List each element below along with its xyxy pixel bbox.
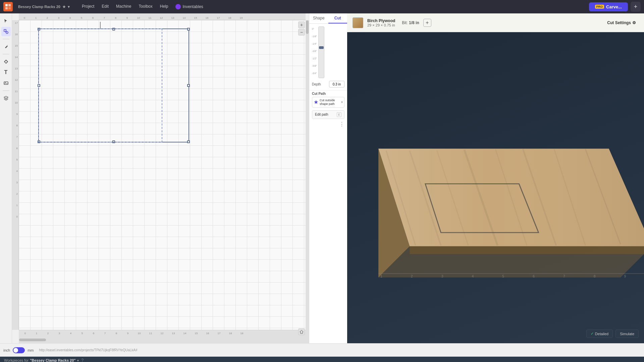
edit-path-button[interactable]: Edit path E <box>312 110 344 119</box>
preview-3d: 1 2 3 4 5 6 7 8 9 ✓ Detailed Simulat <box>347 32 644 343</box>
svg-text:2: 2 <box>411 275 413 278</box>
home-icon[interactable] <box>298 328 305 335</box>
carve-button[interactable]: PRO Carve... <box>589 2 628 11</box>
home-button-canvas[interactable] <box>298 328 305 335</box>
shapes-tool[interactable] <box>1 27 11 36</box>
text-tool[interactable]: T <box>1 68 11 77</box>
more-dots-icon[interactable]: ⋮ <box>339 121 344 127</box>
handle-mid-left[interactable] <box>38 84 40 87</box>
workpieces-bar: Workpieces for "Bessey Clamp Racks 20" ▾… <box>0 357 644 362</box>
ruler-left: 17 16 15 14 13 12 11 10 9 8 7 6 5 4 3 2 <box>12 20 19 330</box>
center-handle-top <box>100 22 101 28</box>
gear-icon: ⚙ <box>632 20 636 25</box>
star-icon[interactable]: ★ <box>62 5 66 9</box>
chevron-down-icon[interactable]: ▾ <box>68 5 70 9</box>
check-icon: ✓ <box>591 331 594 336</box>
ruler-bottom-numbers: 0 1 2 3 4 5 6 7 8 9 10 11 12 13 14 15 16… <box>19 330 306 337</box>
canvas-and-panel: 0 1 2 3 4 5 6 7 8 9 10 11 12 13 14 15 16 <box>12 13 644 343</box>
detailed-button[interactable]: ✓ Detailed <box>586 329 613 338</box>
material-info: Birch Plywood 29 × 29 × 0.75 in <box>367 18 395 27</box>
add-material-button[interactable]: + <box>423 19 431 27</box>
scroll-thumb-horizontal[interactable] <box>19 339 46 341</box>
simulate-button[interactable]: Simulate <box>615 329 639 338</box>
left-toolbar: T <box>0 13 12 343</box>
image-tool[interactable] <box>1 78 11 88</box>
svg-marker-23 <box>378 149 644 246</box>
depth-slider-thumb[interactable] <box>319 46 324 49</box>
canvas-area[interactable]: 0 1 2 3 4 5 6 7 8 9 10 11 12 13 14 15 16 <box>12 13 309 343</box>
unit-inch-label: inch <box>3 348 10 352</box>
topbar: Bessey Clamp Racks 20 ★ ▾ Project Edit M… <box>0 0 644 13</box>
panel-more-menu[interactable]: ⋮ <box>309 120 347 128</box>
bit-section: Bit: 1/8 in <box>402 20 419 25</box>
inventables-icon <box>175 4 181 9</box>
zoom-in-button[interactable]: + <box>298 21 305 28</box>
workpieces-help-icon[interactable]: ? <box>82 358 84 362</box>
slider-labels: 0" -1/8" -1/4" -3/8" -1/2" -5/8" -3/4" <box>312 26 317 79</box>
ruler-top: 0 1 2 3 4 5 6 7 8 9 10 11 12 13 14 15 16 <box>19 13 306 20</box>
svg-rect-11 <box>4 82 8 84</box>
cursor-tool[interactable] <box>1 16 11 25</box>
material-name: Birch Plywood <box>367 18 395 23</box>
svg-text:1: 1 <box>380 275 382 278</box>
svg-rect-2 <box>5 7 8 9</box>
status-bar: inch mm http://easel.inventables.com/pro… <box>0 343 644 357</box>
svg-point-5 <box>6 32 8 34</box>
plus-button[interactable]: + <box>631 2 641 12</box>
toolbar-separator-3 <box>3 90 9 91</box>
cut-path-label: Cut Path <box>312 92 344 96</box>
svg-text:9: 9 <box>624 275 626 278</box>
zoom-controls: + − <box>298 21 305 36</box>
pro-badge: PRO <box>595 5 604 9</box>
svg-rect-0 <box>5 4 8 6</box>
nav-help[interactable]: Help <box>157 3 172 11</box>
depth-label: Depth <box>312 82 321 86</box>
zoom-out-button[interactable]: − <box>298 29 305 36</box>
depth-slider-track[interactable] <box>318 26 324 78</box>
workpieces-chevron[interactable]: ▾ <box>77 359 79 362</box>
top-nav: Project Edit Machine Toolbox Help Invent… <box>78 3 207 11</box>
nav-project[interactable]: Project <box>78 3 98 11</box>
depth-slider-section: 0" -1/8" -1/4" -3/8" -1/2" -5/8" -3/4" <box>309 24 347 90</box>
svg-text:7: 7 <box>563 275 565 278</box>
workpieces-project-name: "Bessey Clamp Racks 20" <box>30 358 75 362</box>
handle-mid-right[interactable] <box>187 84 190 87</box>
nav-machine[interactable]: Machine <box>113 3 135 11</box>
vertical-scrollbar[interactable] <box>306 20 309 343</box>
scroll-thumb-vertical[interactable] <box>306 20 309 34</box>
svg-text:5: 5 <box>502 275 504 278</box>
svg-rect-1 <box>8 4 11 6</box>
handle-bottom-left[interactable] <box>38 140 40 143</box>
main-shape[interactable] <box>38 28 189 142</box>
material-bar: Birch Plywood 29 × 29 × 0.75 in Bit: 1/8… <box>347 13 644 32</box>
nav-edit[interactable]: Edit <box>98 3 112 11</box>
cut-path-option[interactable]: ★ Cut outside shape path ▾ <box>312 97 344 108</box>
handle-top-left[interactable] <box>38 28 40 31</box>
cut-path-option-text: Cut outside shape path <box>320 99 340 106</box>
pen-tool[interactable] <box>1 42 11 51</box>
handle-bottom-center[interactable] <box>112 140 115 143</box>
handle-top-right[interactable] <box>187 28 190 31</box>
depth-row: Depth <box>312 81 344 87</box>
crosshair-tool[interactable] <box>1 57 11 66</box>
canvas-grid[interactable] <box>19 20 306 330</box>
nav-inventables[interactable]: Inventables <box>172 3 206 11</box>
unit-toggle[interactable] <box>13 347 25 353</box>
handle-top-center[interactable] <box>112 28 115 31</box>
preview-controls: ✓ Detailed Simulate <box>586 329 639 338</box>
tab-cut[interactable]: Cut <box>328 13 347 23</box>
svg-text:3: 3 <box>441 275 443 278</box>
star-cut-icon: ★ <box>314 99 318 105</box>
handle-bottom-right[interactable] <box>187 140 190 143</box>
cut-settings-button[interactable]: Cut Settings ⚙ <box>604 19 639 26</box>
horizontal-scrollbar[interactable] <box>19 337 306 343</box>
tab-shape[interactable]: Shape <box>309 13 328 23</box>
svg-text:6: 6 <box>533 275 535 278</box>
layers-tool[interactable] <box>1 94 11 103</box>
nav-toolbox[interactable]: Toolbox <box>135 3 156 11</box>
toolbar-separator-1 <box>3 39 9 39</box>
wood-board-svg: 1 2 3 4 5 6 7 8 9 <box>347 32 644 343</box>
material-dims: 29 × 29 × 0.75 in <box>367 23 395 27</box>
toggle-thumb <box>13 348 18 353</box>
depth-input[interactable] <box>329 81 344 87</box>
